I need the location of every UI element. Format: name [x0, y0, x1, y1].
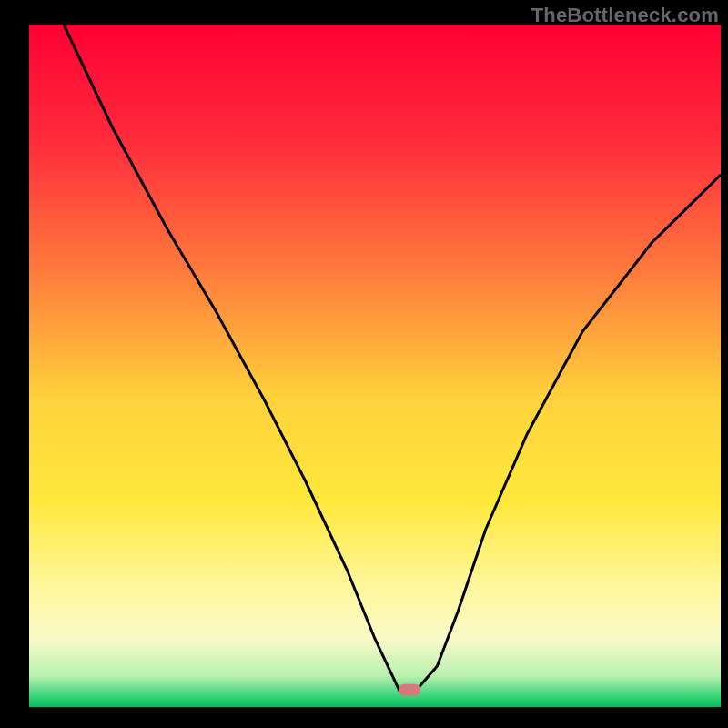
plot-background — [29, 25, 721, 707]
bottleneck-chart — [0, 0, 728, 728]
chart-frame: TheBottleneck.com — [0, 0, 728, 728]
optimal-point-marker — [399, 684, 420, 696]
watermark-label: TheBottleneck.com — [531, 4, 719, 27]
